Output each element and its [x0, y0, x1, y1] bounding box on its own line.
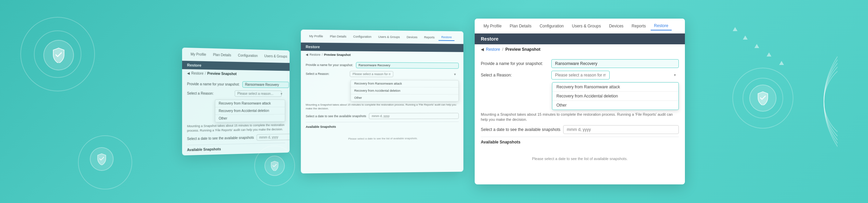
- snapshots-section-small: Available Snapshots Please select a date…: [187, 143, 285, 155]
- nav-reports-medium[interactable]: Reports: [421, 34, 437, 40]
- date-input-small[interactable]: [257, 134, 290, 141]
- content-small: Provide a name for your snapshot: Select…: [182, 77, 290, 155]
- name-input-medium[interactable]: [356, 62, 459, 69]
- breadcrumb-current-small: Preview Snapshot: [207, 72, 237, 76]
- nav-restore-medium[interactable]: Restore: [439, 34, 455, 41]
- main-content: My Profile Plan Details Configuration Us…: [0, 0, 868, 203]
- breadcrumb-current-medium: Preview Snapshot: [324, 53, 351, 57]
- chevron-icon-medium: ▼: [454, 73, 457, 76]
- reason-select-large[interactable]: [551, 71, 610, 80]
- window-small: My Profile Plan Details Configuration Us…: [182, 48, 290, 156]
- nav-my-profile-medium[interactable]: My Profile: [307, 33, 326, 39]
- content-medium: Provide a name for your snapshot: Select…: [301, 58, 463, 151]
- breadcrumb-base-medium: Restore: [310, 53, 320, 56]
- name-label-small: Provide a name for your snapshot:: [187, 82, 240, 87]
- nav-plan-details-medium[interactable]: Plan Details: [327, 33, 349, 40]
- chevron-icon-large: ▼: [673, 73, 676, 77]
- desc-text-small: Mounting a Snapshot takes about 15 minut…: [187, 123, 285, 133]
- dropdown-medium: Recovery from Ransomware attack Recovery…: [351, 80, 459, 102]
- date-label-large: Select a date to see the available snaps…: [481, 127, 560, 132]
- nav-users-medium[interactable]: Users & Groups: [376, 33, 403, 40]
- nav-configuration-large[interactable]: Configuration: [536, 22, 567, 30]
- form-row-date-small: Select a date to see the available snaps…: [187, 134, 285, 142]
- reason-select-wrapper-medium: ▼: [350, 71, 459, 77]
- nav-users-small[interactable]: Users & Groups: [262, 53, 290, 60]
- date-label-medium: Select a date to see the available snaps…: [306, 114, 366, 118]
- snapshots-title-small: Available Snapshots: [187, 146, 285, 152]
- nav-bar-small: My Profile Plan Details Configuration Us…: [182, 48, 290, 63]
- dropdown-item-3-large[interactable]: Other: [552, 101, 678, 110]
- name-label-medium: Provide a name for your snapshot:: [306, 63, 353, 67]
- desc-text-large: Mounting a Snapshot takes about 15 minut…: [481, 112, 679, 122]
- snapshots-title-medium: Available Snapshots: [306, 125, 459, 129]
- reason-label-small: Select a Reason:: [187, 91, 232, 95]
- date-input-large[interactable]: [563, 125, 679, 134]
- snapshots-empty-large: Please select a date to see the list of …: [481, 146, 679, 171]
- desc-text-medium: Mounting a Snapshot takes about 15 minut…: [306, 103, 459, 111]
- nav-my-profile-small[interactable]: My Profile: [188, 51, 209, 58]
- form-row-date-large: Select a date to see the available snaps…: [481, 125, 679, 134]
- nav-devices-large[interactable]: Devices: [606, 22, 627, 30]
- dropdown-item-1-large[interactable]: Recovery from Ransomware attack: [552, 83, 678, 91]
- dropdown-large: Recovery from Ransomware attack Recovery…: [552, 82, 679, 110]
- nav-bar-medium: My Profile Plan Details Configuration Us…: [301, 29, 463, 44]
- nav-plan-details-large[interactable]: Plan Details: [506, 22, 535, 30]
- snapshots-empty-small: Please select a date to see the list of …: [187, 151, 285, 155]
- form-row-name-large: Provide a name for your snapshot:: [481, 59, 679, 68]
- reason-select-wrapper-small: ▼: [235, 90, 285, 97]
- breadcrumb-large: ◀ Restore / Preview Snapshot: [475, 44, 685, 54]
- restore-header-medium: Restore: [301, 43, 463, 52]
- date-input-medium[interactable]: [369, 113, 459, 119]
- breadcrumb-base-small: Restore: [191, 71, 203, 75]
- snapshots-title-large: Available Snapshots: [481, 140, 679, 144]
- nav-my-profile-large[interactable]: My Profile: [480, 22, 505, 30]
- nav-reports-large[interactable]: Reports: [628, 22, 649, 30]
- snapshots-section-large: Available Snapshots Please select a date…: [481, 137, 679, 171]
- dropdown-item-2-large[interactable]: Recovery from Accidental deletion: [552, 92, 678, 100]
- form-row-reason-large: Select a Reason: ▼: [481, 71, 679, 80]
- content-large: Provide a name for your snapshot: Select…: [475, 54, 685, 176]
- form-row-name-small: Provide a name for your snapshot:: [187, 81, 285, 88]
- name-input-small[interactable]: [242, 81, 289, 88]
- dropdown-small: Recovery from Ransomware attack Recovery…: [215, 99, 285, 122]
- reason-select-wrapper-large: ▼: [551, 71, 679, 80]
- form-row-name-medium: Provide a name for your snapshot:: [306, 62, 459, 69]
- snapshots-section-medium: Available Snapshots Please select a date…: [306, 122, 459, 148]
- form-row-reason-small: Select a Reason: ▼: [187, 90, 285, 97]
- window-medium: My Profile Plan Details Configuration Us…: [301, 29, 463, 173]
- reason-label-large: Select a Reason:: [481, 73, 549, 77]
- breadcrumb-current-large: Preview Snapshot: [505, 47, 540, 52]
- breadcrumb-back-arrow-large[interactable]: ◀: [481, 47, 484, 52]
- breadcrumb-base-large[interactable]: Restore: [486, 47, 500, 52]
- breadcrumb-medium: ◀ Restore / Preview Snapshot: [301, 51, 463, 59]
- nav-users-large[interactable]: Users & Groups: [569, 22, 604, 30]
- breadcrumb-back-arrow: ◀: [187, 71, 190, 75]
- reason-select-medium[interactable]: [350, 71, 393, 77]
- nav-devices-medium[interactable]: Devices: [404, 34, 420, 40]
- window-large: My Profile Plan Details Configuration Us…: [475, 19, 685, 184]
- date-label-small: Select a date to see the available snaps…: [187, 136, 254, 141]
- breadcrumb-back-arrow-medium: ◀: [306, 53, 308, 56]
- form-row-date-medium: Select a date to see the available snaps…: [306, 113, 459, 119]
- reason-select-small[interactable]: [235, 90, 282, 97]
- form-row-reason-medium: Select a Reason: ▼: [306, 71, 459, 77]
- nav-configuration-medium[interactable]: Configuration: [351, 33, 374, 40]
- name-input-large[interactable]: [551, 59, 679, 68]
- dropdown-item-3-medium[interactable]: Other: [351, 94, 458, 101]
- dropdown-item-2-small[interactable]: Recovery from Accidental deletion: [215, 107, 285, 115]
- nav-bar-large: My Profile Plan Details Configuration Us…: [475, 19, 685, 33]
- nav-restore-large[interactable]: Restore: [651, 22, 672, 30]
- dropdown-item-1-medium[interactable]: Recovery from Ransomware attack: [351, 80, 458, 87]
- dropdown-item-3-small[interactable]: Other: [215, 114, 285, 122]
- nav-plan-details-small[interactable]: Plan Details: [210, 51, 234, 59]
- reason-label-medium: Select a Reason:: [306, 72, 347, 76]
- dropdown-item-2-medium[interactable]: Recovery from Accidental deletion: [351, 87, 458, 94]
- nav-configuration-small[interactable]: Configuration: [235, 52, 260, 59]
- restore-header-large: Restore: [475, 33, 685, 44]
- name-label-large: Provide a name for your snapshot:: [481, 61, 549, 66]
- dropdown-item-1-small[interactable]: Recovery from Ransomware attack: [215, 100, 285, 107]
- snapshots-empty-medium: Please select a date to see the list of …: [306, 130, 459, 148]
